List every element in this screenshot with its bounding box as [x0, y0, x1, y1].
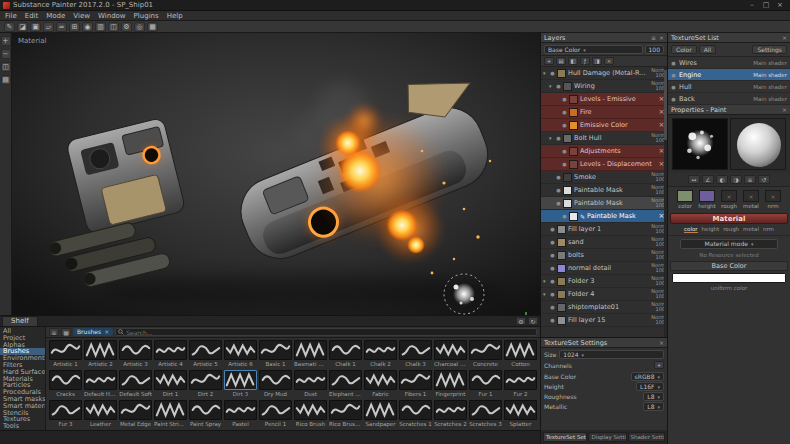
visibility-icon[interactable]: ● [562, 148, 567, 154]
layer-row[interactable]: ●sandNorm100 [541, 236, 667, 249]
shelf-category[interactable]: Smart masks [0, 396, 45, 403]
panel-tab[interactable]: Shader Settings [628, 432, 665, 442]
brush-item[interactable]: Paint Spray [188, 399, 223, 429]
shelf-category[interactable]: Environments [0, 355, 45, 362]
brush-item[interactable]: Basmati Brush [293, 339, 328, 369]
brush-item[interactable]: Metal Edge [118, 399, 153, 429]
textureset-row[interactable]: ●HullMain shader [668, 81, 790, 93]
textureset-row[interactable]: ●WiresMain shader [668, 57, 790, 69]
visibility-icon[interactable]: ● [556, 187, 561, 193]
brush-item[interactable]: Dirt 3 [223, 369, 258, 399]
brush-item[interactable]: Fur 2 [503, 369, 538, 399]
brush-item[interactable]: Scratches 3 [468, 399, 503, 429]
panel-close-icon[interactable]: × [782, 106, 787, 113]
projection-tool[interactable]: ▣ [30, 22, 41, 32]
expand-caret-icon[interactable]: ▾ [549, 135, 554, 141]
visibility-icon[interactable]: ● [550, 278, 555, 284]
brush-item[interactable]: Concrete [468, 339, 503, 369]
brush-item[interactable]: Fibers 1 [398, 369, 433, 399]
layer-row[interactable]: ●Fill layer 1Norm100 [541, 223, 667, 236]
add-layer-icon[interactable]: + [544, 57, 554, 65]
panel-close-icon[interactable]: × [659, 339, 664, 346]
layer-effect-row[interactable]: ●Levels - Displacement× [541, 158, 667, 171]
shelf-category[interactable]: Particles [0, 382, 45, 389]
shelf-tab[interactable]: Shelf [2, 316, 38, 326]
visibility-icon[interactable]: ● [550, 265, 555, 271]
visibility-icon[interactable]: ● [556, 83, 561, 89]
visibility-icon[interactable]: ● [550, 226, 555, 232]
menu-edit[interactable]: Edit [25, 12, 39, 20]
camera-icon[interactable]: ◎ [134, 22, 145, 32]
brush-item[interactable]: Artistic 6 [223, 339, 258, 369]
brush-item[interactable]: Basic 1 [258, 339, 293, 369]
quick-mask-icon[interactable]: ▥ [95, 22, 106, 32]
visibility-icon[interactable]: ● [562, 109, 567, 115]
textureset-row[interactable]: ●BackMain shader [668, 93, 790, 105]
layer-effect-row[interactable]: ●Adjustments× [541, 145, 667, 158]
brush-item[interactable]: Default Hard [83, 369, 118, 399]
brush-item[interactable]: Dust [293, 369, 328, 399]
filter-chip-close-icon[interactable]: × [104, 328, 109, 336]
add-folder-icon[interactable]: ▤ [556, 57, 566, 65]
layer-blend-dropdown[interactable]: Base Color [544, 45, 643, 54]
panel-close-icon[interactable]: × [659, 34, 664, 41]
layer-row[interactable]: ●shiptemplate01Norm100 [541, 301, 667, 314]
shelf-category[interactable]: Hard Surfaces [0, 369, 45, 376]
shelf-category[interactable]: Tools [0, 423, 45, 430]
layer-row[interactable]: ●Paintable MaskNorm100 [541, 184, 667, 197]
material-picker-tool[interactable]: ◉ [82, 22, 93, 32]
spacing-icon[interactable]: ≡ [744, 175, 756, 184]
shelf-settings-icon[interactable]: ⚙ [516, 317, 526, 325]
expand-caret-icon[interactable]: ▾ [549, 83, 554, 89]
channel-format-dropdown[interactable]: L8 [643, 392, 664, 401]
angle-icon[interactable]: ∠ [702, 175, 714, 184]
channel-format-dropdown[interactable]: L8 [643, 402, 664, 411]
size-dropdown[interactable]: 1024 [559, 350, 664, 359]
all-filter-button[interactable]: All [699, 45, 716, 54]
brush-item[interactable]: Pencil 1 [258, 399, 293, 429]
manipulator-icon[interactable]: + [1, 36, 11, 46]
channel-chip-height[interactable]: height [697, 190, 717, 209]
layer-group-row[interactable]: ▾●Folder 3Norm100 [541, 275, 667, 288]
channel-chip-metal[interactable]: ×metal [741, 190, 761, 209]
brush-item[interactable]: Paint Stripes [153, 399, 188, 429]
brush-item[interactable]: Scratches 2 [433, 399, 468, 429]
layer-group-row[interactable]: ▾●Hull Damage (Metal-Rough)Norm100 [541, 67, 667, 80]
eraser-tool[interactable]: ◪ [17, 22, 28, 32]
visibility-icon[interactable]: ● [556, 135, 561, 141]
menu-plugins[interactable]: Plugins [134, 12, 159, 20]
panel-tab[interactable]: Display Settings [588, 432, 626, 442]
settings-button[interactable]: Settings [752, 45, 787, 54]
layer-mask-row[interactable]: ●✎Paintable Mask× [541, 210, 667, 223]
visibility-icon[interactable]: ● [550, 239, 555, 245]
clone-tool[interactable]: ⊞ [69, 22, 80, 32]
channel-chip-color[interactable]: color [675, 190, 695, 209]
brush-item[interactable]: Artistic 2 [83, 339, 118, 369]
delete-layer-icon[interactable]: × [604, 57, 614, 65]
close-button[interactable]: × [773, 0, 787, 10]
material-tab-metal[interactable]: metal [743, 226, 759, 233]
layer-opacity-field[interactable]: 100 [645, 45, 664, 54]
brush-item[interactable]: Rico Brush [293, 399, 328, 429]
grid-view-icon[interactable]: ▦ [61, 328, 71, 336]
symmetry-toggle-icon[interactable]: ◫ [1, 62, 11, 72]
brush-item[interactable]: Chalk 1 [328, 339, 363, 369]
layer-effect-row[interactable]: ●Fire× [541, 106, 667, 119]
layer-row[interactable]: ▾●Bolt HullNorm100 [541, 132, 667, 145]
brush-alpha-preview[interactable] [672, 118, 728, 170]
layer-effect-row[interactable]: ●Emissive Color× [541, 119, 667, 132]
filter-list-icon[interactable]: ≡ [49, 328, 59, 336]
shelf-category[interactable]: Stencils [0, 410, 45, 417]
viewport[interactable]: Material [12, 33, 540, 315]
visibility-icon[interactable]: ● [562, 213, 567, 219]
brush-item[interactable]: Fingerprint [433, 369, 468, 399]
layer-group-row[interactable]: ▾●Folder 4Norm100 [541, 288, 667, 301]
brush-item[interactable]: Fur 3 [48, 399, 83, 429]
brush-item[interactable]: Fur 1 [468, 369, 503, 399]
material-tab-color[interactable]: color [684, 226, 698, 233]
layer-row[interactable]: ●SmokeNorm100 [541, 171, 667, 184]
visibility-icon[interactable]: ● [550, 291, 555, 297]
shelf-category[interactable]: Alphas [0, 342, 45, 349]
add-effect-icon[interactable]: ƒ [580, 57, 590, 65]
visibility-icon[interactable]: ● [671, 96, 676, 102]
